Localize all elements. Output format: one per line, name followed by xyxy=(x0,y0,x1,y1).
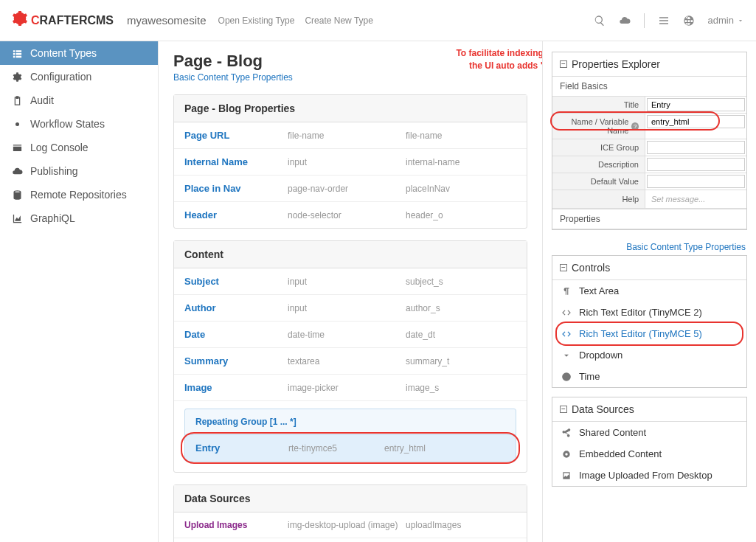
prop-row-desc: Description xyxy=(552,156,746,173)
ds-row[interactable]: Existing Imagesimg-repository-upload (im… xyxy=(174,538,527,542)
sidebar-item-log-console[interactable]: Log Console xyxy=(0,136,158,159)
sidebar-item-remote-repos[interactable]: Remote Repositories xyxy=(0,183,158,206)
caret-down-icon xyxy=(561,350,572,361)
gear-icon xyxy=(12,72,23,83)
sidebar-item-label: Log Console xyxy=(30,142,89,153)
globe-icon[interactable] xyxy=(683,15,695,27)
sidebar-item-audit[interactable]: Audit xyxy=(0,88,158,112)
logo: CRAFTERCMS xyxy=(12,10,114,31)
help-icon[interactable]: ? xyxy=(631,122,639,131)
panel-subheader: Properties xyxy=(552,209,746,229)
ds-image-desktop[interactable]: Image Uploaded From Desktop xyxy=(552,465,746,486)
sidebar-item-label: GraphiQL xyxy=(30,212,75,224)
sidebar-item-label: Remote Repositories xyxy=(30,189,127,201)
sidebar-item-label: Audit xyxy=(30,94,54,106)
sidebar-item-label: Workflow States xyxy=(30,118,105,130)
title-input[interactable] xyxy=(647,98,745,111)
prop-row-title: Title xyxy=(552,97,746,114)
panel-header[interactable]: −Controls xyxy=(552,256,746,280)
field-row[interactable]: Page URLfile-namefile-name xyxy=(174,122,527,149)
panel-header[interactable]: −Data Sources xyxy=(552,397,746,422)
control-rte-tinymce2[interactable]: Rich Text Editor (TinyMCE 2) xyxy=(552,302,746,323)
help-placeholder[interactable]: Set message... xyxy=(647,192,745,206)
datasources-panel: −Data Sources Shared Content Embedded Co… xyxy=(552,397,747,487)
section-header: Data Sources xyxy=(174,485,527,513)
desc-input[interactable] xyxy=(647,158,745,171)
logo-c: C xyxy=(31,14,40,27)
cloud-icon xyxy=(12,166,23,177)
field-row[interactable]: Headernode-selectorheader_o xyxy=(174,202,527,228)
dot-circle-icon xyxy=(561,449,572,459)
ds-row[interactable]: Upload Imagesimg-desktop-upload (image)u… xyxy=(174,513,527,538)
image-icon xyxy=(561,470,572,481)
basic-properties-link[interactable]: Basic Content Type Properties xyxy=(552,239,747,255)
sidebar-item-workflow[interactable]: Workflow States xyxy=(0,112,158,136)
field-row[interactable]: Authorinputauthor_s xyxy=(174,295,527,322)
control-dropdown[interactable]: Dropdown xyxy=(552,344,746,366)
page-subtitle[interactable]: Basic Content Type Properties xyxy=(173,72,527,83)
top-right: admin xyxy=(594,13,744,28)
ds-shared-content[interactable]: Shared Content xyxy=(552,422,746,443)
ds-embedded-content[interactable]: Embedded Content xyxy=(552,443,746,465)
gear-icon xyxy=(12,119,23,130)
control-rte-tinymce5[interactable]: Rich Text Editor (TinyMCE 5) xyxy=(552,323,746,344)
field-row[interactable]: Place in Navpage-nav-orderplaceInNav xyxy=(174,176,527,202)
field-row[interactable]: Internal Nameinputinternal-name xyxy=(174,149,527,176)
sidebar-item-label: Configuration xyxy=(30,71,91,83)
annotation-text: To facilitate indexing to the search eng… xyxy=(454,47,542,72)
default-input[interactable] xyxy=(647,175,745,188)
menu-icon[interactable] xyxy=(658,15,670,27)
collapse-icon: − xyxy=(560,406,567,413)
field-row[interactable]: Subjectinputsubject_s xyxy=(174,268,527,295)
section-header: Content xyxy=(174,241,527,268)
control-time[interactable]: Time xyxy=(552,366,746,387)
field-row[interactable]: Imageimage-pickerimage_s xyxy=(174,375,527,401)
prop-row-default: Default Value xyxy=(552,173,746,190)
section-header: Page - Blog Properties xyxy=(174,95,527,122)
sidebar-item-label: Publishing xyxy=(30,165,78,177)
ice-input[interactable] xyxy=(647,141,745,154)
varname-input[interactable] xyxy=(647,115,745,128)
controls-panel: −Controls Text Area Rich Text Editor (Ti… xyxy=(552,255,747,388)
sidebar-item-publishing[interactable]: Publishing xyxy=(0,159,158,183)
create-new-type-link[interactable]: Create New Type xyxy=(305,15,373,26)
open-existing-type-link[interactable]: Open Existing Type xyxy=(218,15,295,26)
section-content: Content Subjectinputsubject_s Authorinpu… xyxy=(173,240,527,473)
sidebar-item-content-types[interactable]: Content Types xyxy=(0,41,158,65)
collapse-icon: − xyxy=(560,264,567,271)
chart-icon xyxy=(12,213,23,224)
section-datasources: Data Sources Upload Imagesimg-desktop-up… xyxy=(173,484,527,542)
control-text-area[interactable]: Text Area xyxy=(552,280,746,302)
field-row[interactable]: Summarytextareasummary_t xyxy=(174,348,527,375)
terminal-icon xyxy=(12,142,23,153)
sidebar-item-configuration[interactable]: Configuration xyxy=(0,65,158,88)
code-icon xyxy=(561,329,572,339)
panel-header[interactable]: −Properties Explorer xyxy=(552,52,746,77)
main: Page - Blog Basic Content Type Propertie… xyxy=(159,41,542,542)
collapse-icon: − xyxy=(560,60,567,68)
search-icon[interactable] xyxy=(594,15,606,27)
share-icon xyxy=(561,428,572,438)
right-column: −Properties Explorer Field Basics Title … xyxy=(542,41,756,542)
sidebar-item-label: Content Types xyxy=(30,47,97,59)
properties-explorer-panel: −Properties Explorer Field Basics Title … xyxy=(552,52,747,230)
cloud-icon[interactable] xyxy=(619,15,631,27)
list-icon xyxy=(12,48,23,59)
panel-subheader: Field Basics xyxy=(552,77,746,97)
clipboard-icon xyxy=(12,95,23,106)
top-bar: CRAFTERCMS myawesomesite Open Existing T… xyxy=(0,0,756,41)
site-name: myawesomesite xyxy=(127,14,207,27)
prop-row-ice: ICE Group xyxy=(552,139,746,156)
sidebar: Content Types Configuration Audit Workfl… xyxy=(0,41,159,542)
repeating-entry-row[interactable]: Entry rte-tinymce5 entry_html xyxy=(185,434,516,461)
section-properties: Page - Blog Properties Page URLfile-name… xyxy=(173,94,527,229)
pilcrow-icon xyxy=(561,286,572,296)
sidebar-item-graphiql[interactable]: GraphiQL xyxy=(0,206,158,230)
layout: Content Types Configuration Audit Workfl… xyxy=(0,41,756,542)
separator xyxy=(644,13,645,28)
repeating-group-header[interactable]: Repeating Group [1 ... *] xyxy=(185,409,516,434)
admin-menu[interactable]: admin xyxy=(708,15,744,26)
gear-icon xyxy=(12,10,28,31)
prop-row-help: HelpSet message... xyxy=(552,190,746,209)
field-row[interactable]: Datedate-timedate_dt xyxy=(174,322,527,348)
